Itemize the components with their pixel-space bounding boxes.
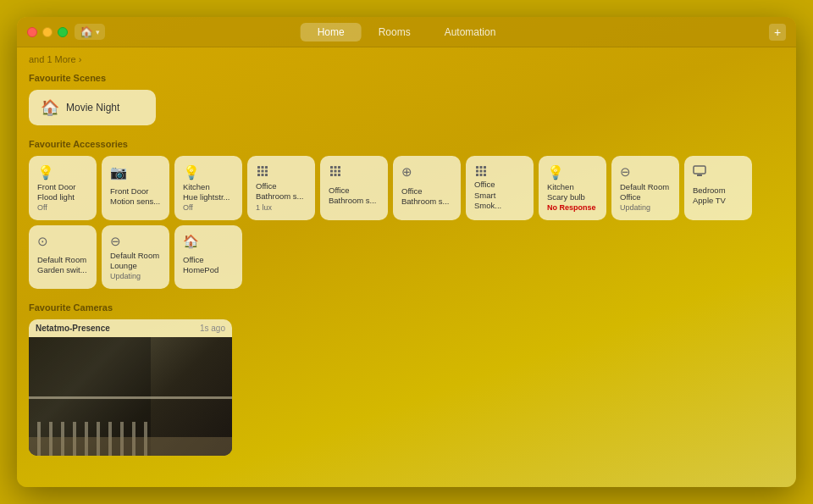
sensor-icon: [329, 164, 342, 178]
tab-bar: Home Rooms Automation: [301, 23, 513, 42]
svg-rect-25: [480, 174, 483, 176]
svg-rect-12: [330, 170, 333, 173]
svg-rect-7: [262, 174, 264, 176]
main-content: and 1 More › Favourite Scenes 🏠 Movie Ni…: [17, 47, 796, 487]
svg-rect-27: [694, 166, 705, 174]
minimize-button[interactable]: [42, 27, 53, 37]
acc-name: OfficeBathroom s...: [256, 181, 307, 202]
bulb-icon: 💡: [183, 164, 234, 180]
svg-rect-26: [484, 174, 486, 176]
plus-circle-icon: ⊕: [401, 164, 452, 180]
acc-status: Off: [183, 203, 234, 212]
accessory-kitchen-hue[interactable]: 💡 KitchenHue lightstr... Off: [174, 156, 242, 220]
accessory-office-bathroom-1[interactable]: OfficeBathroom s... 1 lux: [247, 156, 315, 220]
accessory-front-door-motion[interactable]: 📷 Front DoorMotion sens...: [102, 156, 169, 220]
accessory-bedroom-appletv[interactable]: BedroomApple TV: [684, 156, 752, 220]
favourite-accessories-label: Favourite Accessories: [29, 139, 784, 149]
accessory-lounge[interactable]: ⊖ Default RoomLounge Updating: [102, 225, 169, 289]
acc-name: Default RoomLounge: [110, 251, 161, 272]
accessories-section: Favourite Accessories 💡 Front DoorFlood …: [29, 139, 784, 289]
acc-name: KitchenHue lightstr...: [183, 182, 234, 203]
svg-rect-21: [476, 170, 478, 173]
acc-name: Default RoomGarden swit...: [37, 255, 88, 276]
svg-rect-23: [484, 170, 486, 173]
sensor-icon: [256, 164, 269, 178]
camera-icon: 📷: [110, 164, 161, 180]
acc-status: 1 lux: [256, 203, 307, 212]
fullscreen-button[interactable]: [58, 27, 68, 37]
camera-header: Netatmo-Presence 1s ago: [29, 319, 232, 337]
svg-rect-17: [338, 174, 340, 176]
svg-rect-14: [338, 170, 340, 173]
svg-rect-24: [476, 174, 478, 176]
svg-rect-16: [335, 174, 337, 176]
acc-status: Updating: [110, 272, 161, 280]
accessory-office-smoke[interactable]: OfficeSmart Smok...: [466, 156, 534, 220]
tab-automation[interactable]: Automation: [428, 23, 513, 42]
svg-rect-11: [338, 166, 340, 169]
svg-rect-3: [257, 170, 260, 173]
tab-rooms[interactable]: Rooms: [362, 23, 428, 42]
acc-status: Off: [37, 203, 88, 212]
accessory-default-room-office[interactable]: ⊖ Default RoomOffice Updating: [611, 156, 679, 220]
favourite-cameras-label: Favourite Cameras: [29, 302, 784, 313]
tv-icon: [693, 164, 706, 178]
acc-name: OfficeBathroom s...: [329, 186, 379, 207]
home-icon: 🏠: [80, 25, 93, 38]
camera-feed-inner: [29, 337, 232, 456]
acc-status: Updating: [620, 203, 671, 212]
circle-icon: ⊙: [37, 234, 88, 249]
svg-rect-20: [484, 166, 486, 169]
homepod-icon: 🏠: [183, 234, 234, 249]
minus-circle-icon: ⊖: [110, 234, 161, 249]
svg-rect-8: [265, 174, 268, 176]
camera-netatmo[interactable]: Netatmo-Presence 1s ago: [29, 319, 232, 456]
accessory-office-bathroom-3[interactable]: ⊕ OfficeBathroom s...: [393, 156, 461, 220]
svg-rect-18: [476, 166, 478, 169]
svg-rect-22: [480, 170, 483, 173]
accessory-office-homepod[interactable]: 🏠 OfficeHomePod: [174, 225, 242, 289]
camera-name: Netatmo-Presence: [36, 324, 110, 333]
favourite-scenes-label: Favourite Scenes: [29, 73, 784, 83]
svg-rect-1: [262, 166, 264, 169]
svg-rect-19: [480, 166, 483, 169]
sensor-icon: [474, 164, 488, 178]
svg-rect-28: [697, 174, 702, 176]
acc-name: OfficeSmart Smok...: [474, 180, 525, 211]
svg-rect-9: [330, 166, 333, 169]
minus-circle-icon: ⊖: [620, 164, 671, 180]
svg-rect-15: [330, 174, 333, 176]
bulb-icon: 💡: [37, 164, 88, 180]
svg-rect-6: [257, 174, 260, 176]
chevron-down-icon: ▾: [96, 28, 100, 36]
acc-name: Front DoorFlood light: [37, 182, 88, 203]
acc-status-error: No Response: [547, 203, 598, 212]
camera-timestamp: 1s ago: [200, 324, 225, 333]
accessory-kitchen-scary-bulb[interactable]: 💡 KitchenScary bulb No Response: [539, 156, 606, 220]
acc-name: OfficeHomePod: [183, 255, 234, 276]
accessory-front-door-flood[interactable]: 💡 Front DoorFlood light Off: [29, 156, 97, 220]
traffic-lights: [17, 27, 68, 37]
acc-name: Front DoorMotion sens...: [110, 186, 161, 208]
breadcrumb[interactable]: and 1 More ›: [29, 54, 784, 64]
add-button[interactable]: +: [769, 24, 786, 41]
bulb-icon: 💡: [547, 164, 598, 180]
svg-rect-2: [265, 166, 268, 169]
home-scene-icon: 🏠: [41, 98, 59, 117]
svg-rect-10: [335, 166, 337, 169]
scene-movie-night[interactable]: 🏠 Movie Night: [29, 90, 156, 125]
svg-rect-0: [257, 166, 260, 169]
tab-home[interactable]: Home: [301, 23, 362, 42]
scene-name: Movie Night: [66, 102, 119, 114]
home-menu-button[interactable]: 🏠 ▾: [75, 24, 105, 40]
acc-name: OfficeBathroom s...: [401, 186, 452, 208]
acc-name: Default RoomOffice: [620, 182, 671, 203]
main-window: 🏠 ▾ Home Rooms Automation + and 1 More ›…: [17, 17, 796, 487]
accessory-office-bathroom-2[interactable]: OfficeBathroom s...: [320, 156, 388, 220]
accessory-garden-switch[interactable]: ⊙ Default RoomGarden swit...: [29, 225, 97, 289]
svg-rect-4: [262, 170, 264, 173]
camera-feed: [29, 337, 232, 456]
svg-rect-5: [265, 170, 268, 173]
svg-rect-13: [335, 170, 337, 173]
close-button[interactable]: [27, 27, 37, 37]
